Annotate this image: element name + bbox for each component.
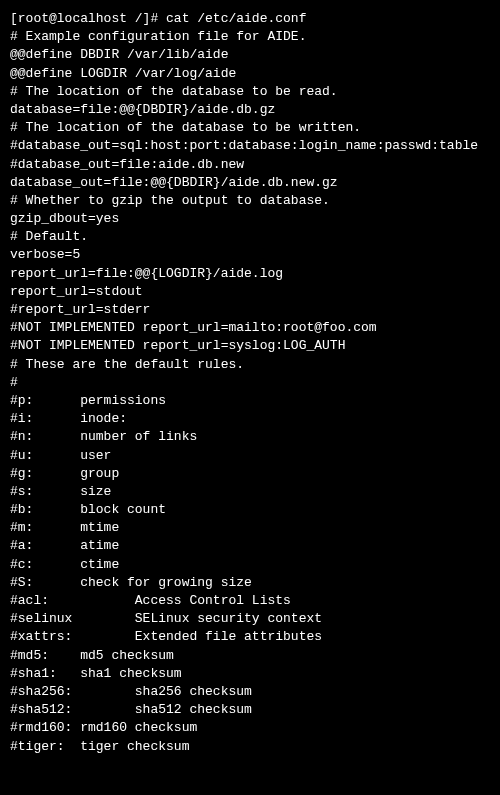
terminal-output[interactable]: [root@localhost /]# cat /etc/aide.conf# … (10, 10, 490, 756)
output-line: # Whether to gzip the output to database… (10, 192, 490, 210)
output-line: #xattrs: Extended file attributes (10, 628, 490, 646)
output-line: @@define LOGDIR /var/log/aide (10, 65, 490, 83)
output-line: # These are the default rules. (10, 356, 490, 374)
output-line: #c: ctime (10, 556, 490, 574)
typed-command: cat /etc/aide.conf (166, 11, 306, 26)
output-line: #i: inode: (10, 410, 490, 428)
shell-prompt: [root@localhost /]# (10, 11, 166, 26)
output-line: #u: user (10, 447, 490, 465)
output-line: #sha256: sha256 checksum (10, 683, 490, 701)
output-line: gzip_dbout=yes (10, 210, 490, 228)
output-line: #report_url=stderr (10, 301, 490, 319)
output-line: #rmd160: rmd160 checksum (10, 719, 490, 737)
output-line: @@define DBDIR /var/lib/aide (10, 46, 490, 64)
output-line: #tiger: tiger checksum (10, 738, 490, 756)
output-line: #b: block count (10, 501, 490, 519)
output-line: #n: number of links (10, 428, 490, 446)
command-line: [root@localhost /]# cat /etc/aide.conf (10, 10, 490, 28)
output-line: #s: size (10, 483, 490, 501)
output-line: # Example configuration file for AIDE. (10, 28, 490, 46)
output-line: #a: atime (10, 537, 490, 555)
output-line: #selinux SELinux security context (10, 610, 490, 628)
output-line: #NOT IMPLEMENTED report_url=syslog:LOG_A… (10, 337, 490, 355)
output-line: #g: group (10, 465, 490, 483)
output-line: # (10, 374, 490, 392)
output-line: database_out=file:@@{DBDIR}/aide.db.new.… (10, 174, 490, 192)
output-line: verbose=5 (10, 246, 490, 264)
output-line: # The location of the database to be rea… (10, 83, 490, 101)
output-line: #sha512: sha512 checksum (10, 701, 490, 719)
output-line: #m: mtime (10, 519, 490, 537)
output-line: #md5: md5 checksum (10, 647, 490, 665)
output-line: # Default. (10, 228, 490, 246)
output-line: report_url=stdout (10, 283, 490, 301)
output-line: #NOT IMPLEMENTED report_url=mailto:root@… (10, 319, 490, 337)
output-line: #S: check for growing size (10, 574, 490, 592)
output-line: #p: permissions (10, 392, 490, 410)
file-contents: # Example configuration file for AIDE.@@… (10, 28, 490, 756)
output-line: #acl: Access Control Lists (10, 592, 490, 610)
output-line: # The location of the database to be wri… (10, 119, 490, 137)
output-line: report_url=file:@@{LOGDIR}/aide.log (10, 265, 490, 283)
output-line: #database_out=file:aide.db.new (10, 156, 490, 174)
output-line: database=file:@@{DBDIR}/aide.db.gz (10, 101, 490, 119)
output-line: #sha1: sha1 checksum (10, 665, 490, 683)
output-line: #database_out=sql:host:port:database:log… (10, 137, 490, 155)
